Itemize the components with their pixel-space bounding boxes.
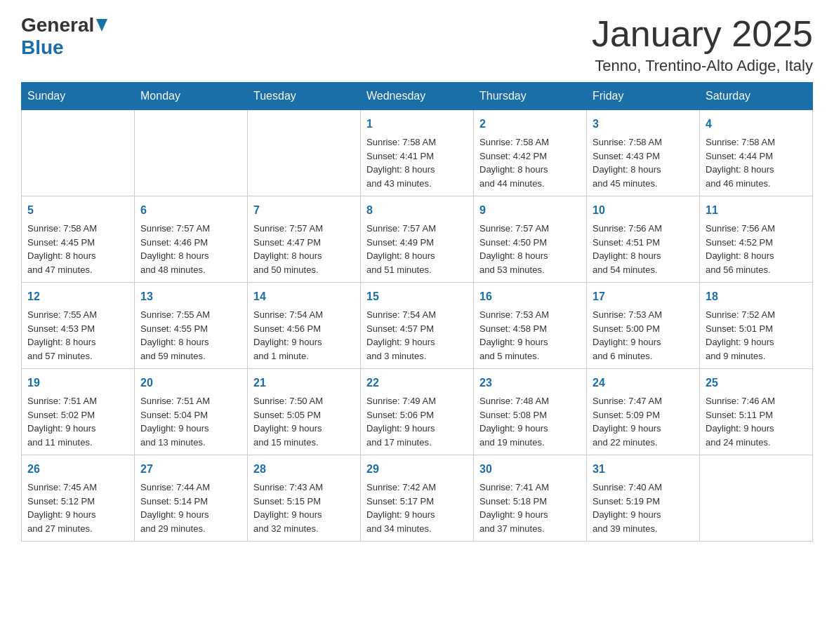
calendar-day-cell: 6Sunrise: 7:57 AMSunset: 4:46 PMDaylight…: [135, 196, 248, 283]
day-info: Sunrise: 7:51 AMSunset: 5:02 PMDaylight:…: [27, 394, 128, 449]
logo: General Blue: [21, 14, 107, 59]
calendar-day-cell: 12Sunrise: 7:55 AMSunset: 4:53 PMDayligh…: [22, 283, 135, 369]
calendar-day-cell: 24Sunrise: 7:47 AMSunset: 5:09 PMDayligh…: [587, 369, 700, 455]
calendar-day-cell: [700, 455, 813, 542]
page-header: General Blue January 2025 Tenno, Trentin…: [21, 14, 813, 75]
day-info: Sunrise: 7:56 AMSunset: 4:51 PMDaylight:…: [593, 222, 694, 276]
day-info: Sunrise: 7:46 AMSunset: 5:11 PMDaylight:…: [706, 394, 807, 449]
calendar-day-cell: [22, 110, 135, 196]
day-number: 18: [706, 288, 807, 305]
calendar-day-cell: [248, 110, 361, 196]
day-number: 27: [140, 461, 241, 478]
day-info: Sunrise: 7:40 AMSunset: 5:19 PMDaylight:…: [593, 481, 694, 535]
calendar-day-cell: 21Sunrise: 7:50 AMSunset: 5:05 PMDayligh…: [248, 369, 361, 455]
day-number: 22: [366, 375, 468, 391]
day-number: 3: [593, 116, 694, 133]
calendar-day-cell: 23Sunrise: 7:48 AMSunset: 5:08 PMDayligh…: [474, 369, 587, 455]
day-number: 8: [366, 202, 468, 219]
day-info: Sunrise: 7:48 AMSunset: 5:08 PMDaylight:…: [479, 394, 581, 449]
day-info: Sunrise: 7:56 AMSunset: 4:52 PMDaylight:…: [706, 222, 807, 276]
calendar-table: SundayMondayTuesdayWednesdayThursdayFrid…: [21, 82, 813, 542]
days-of-week-row: SundayMondayTuesdayWednesdayThursdayFrid…: [22, 83, 813, 110]
day-of-week-header: Saturday: [700, 83, 813, 110]
day-number: 21: [253, 375, 355, 391]
calendar-day-cell: 20Sunrise: 7:51 AMSunset: 5:04 PMDayligh…: [135, 369, 248, 455]
day-number: 12: [27, 288, 128, 305]
day-number: 5: [27, 202, 128, 219]
day-info: Sunrise: 7:58 AMSunset: 4:42 PMDaylight:…: [479, 135, 581, 190]
day-of-week-header: Tuesday: [248, 83, 361, 110]
day-number: 6: [140, 202, 241, 219]
calendar-day-cell: 22Sunrise: 7:49 AMSunset: 5:06 PMDayligh…: [361, 369, 474, 455]
calendar-day-cell: 15Sunrise: 7:54 AMSunset: 4:57 PMDayligh…: [361, 283, 474, 369]
day-number: 29: [366, 461, 468, 478]
day-info: Sunrise: 7:43 AMSunset: 5:15 PMDaylight:…: [253, 481, 355, 535]
day-info: Sunrise: 7:47 AMSunset: 5:09 PMDaylight:…: [593, 394, 694, 449]
day-number: 1: [366, 116, 468, 133]
calendar-day-cell: 26Sunrise: 7:45 AMSunset: 5:12 PMDayligh…: [22, 455, 135, 542]
calendar-day-cell: 25Sunrise: 7:46 AMSunset: 5:11 PMDayligh…: [700, 369, 813, 455]
calendar-day-cell: 5Sunrise: 7:58 AMSunset: 4:45 PMDaylight…: [22, 196, 135, 283]
day-info: Sunrise: 7:54 AMSunset: 4:57 PMDaylight:…: [366, 308, 468, 363]
day-info: Sunrise: 7:41 AMSunset: 5:18 PMDaylight:…: [479, 481, 581, 535]
day-number: 7: [253, 202, 355, 219]
day-number: 11: [706, 202, 807, 219]
day-number: 31: [593, 461, 694, 478]
day-number: 20: [140, 375, 241, 391]
calendar-week-row: 5Sunrise: 7:58 AMSunset: 4:45 PMDaylight…: [22, 196, 813, 283]
day-number: 17: [593, 288, 694, 305]
calendar-day-cell: 17Sunrise: 7:53 AMSunset: 5:00 PMDayligh…: [587, 283, 700, 369]
day-of-week-header: Sunday: [22, 83, 135, 110]
calendar-day-cell: 3Sunrise: 7:58 AMSunset: 4:43 PMDaylight…: [587, 110, 700, 196]
day-number: 30: [479, 461, 581, 478]
day-number: 2: [479, 116, 581, 133]
day-number: 13: [140, 288, 241, 305]
day-of-week-header: Friday: [587, 83, 700, 110]
calendar-day-cell: 19Sunrise: 7:51 AMSunset: 5:02 PMDayligh…: [22, 369, 135, 455]
calendar-day-cell: 16Sunrise: 7:53 AMSunset: 4:58 PMDayligh…: [474, 283, 587, 369]
calendar-day-cell: 13Sunrise: 7:55 AMSunset: 4:55 PMDayligh…: [135, 283, 248, 369]
calendar-day-cell: 7Sunrise: 7:57 AMSunset: 4:47 PMDaylight…: [248, 196, 361, 283]
logo-arrow-icon: [96, 19, 107, 34]
calendar-day-cell: 30Sunrise: 7:41 AMSunset: 5:18 PMDayligh…: [474, 455, 587, 542]
day-info: Sunrise: 7:44 AMSunset: 5:14 PMDaylight:…: [140, 481, 241, 535]
svg-marker-0: [96, 19, 107, 32]
calendar-day-cell: 28Sunrise: 7:43 AMSunset: 5:15 PMDayligh…: [248, 455, 361, 542]
calendar-day-cell: 27Sunrise: 7:44 AMSunset: 5:14 PMDayligh…: [135, 455, 248, 542]
calendar-week-row: 19Sunrise: 7:51 AMSunset: 5:02 PMDayligh…: [22, 369, 813, 455]
day-info: Sunrise: 7:42 AMSunset: 5:17 PMDaylight:…: [366, 481, 468, 535]
calendar-day-cell: 8Sunrise: 7:57 AMSunset: 4:49 PMDaylight…: [361, 196, 474, 283]
day-number: 25: [706, 375, 807, 391]
calendar-day-cell: 2Sunrise: 7:58 AMSunset: 4:42 PMDaylight…: [474, 110, 587, 196]
calendar-day-cell: 10Sunrise: 7:56 AMSunset: 4:51 PMDayligh…: [587, 196, 700, 283]
calendar-subtitle: Tenno, Trentino-Alto Adige, Italy: [592, 57, 813, 75]
day-info: Sunrise: 7:58 AMSunset: 4:43 PMDaylight:…: [593, 135, 694, 190]
calendar-day-cell: 4Sunrise: 7:58 AMSunset: 4:44 PMDaylight…: [700, 110, 813, 196]
calendar-body: 1Sunrise: 7:58 AMSunset: 4:41 PMDaylight…: [22, 110, 813, 542]
day-info: Sunrise: 7:54 AMSunset: 4:56 PMDaylight:…: [253, 308, 355, 363]
day-info: Sunrise: 7:57 AMSunset: 4:49 PMDaylight:…: [366, 222, 468, 276]
day-info: Sunrise: 7:58 AMSunset: 4:44 PMDaylight:…: [706, 135, 807, 190]
calendar-day-cell: 11Sunrise: 7:56 AMSunset: 4:52 PMDayligh…: [700, 196, 813, 283]
calendar-day-cell: 31Sunrise: 7:40 AMSunset: 5:19 PMDayligh…: [587, 455, 700, 542]
logo-blue-text: Blue: [21, 36, 64, 58]
day-number: 15: [366, 288, 468, 305]
day-info: Sunrise: 7:49 AMSunset: 5:06 PMDaylight:…: [366, 394, 468, 449]
calendar-week-row: 1Sunrise: 7:58 AMSunset: 4:41 PMDaylight…: [22, 110, 813, 196]
calendar-title: January 2025: [592, 14, 813, 54]
logo-general-text: General: [21, 14, 94, 36]
day-of-week-header: Wednesday: [361, 83, 474, 110]
day-number: 23: [479, 375, 581, 391]
day-info: Sunrise: 7:53 AMSunset: 4:58 PMDaylight:…: [479, 308, 581, 363]
day-of-week-header: Monday: [135, 83, 248, 110]
day-info: Sunrise: 7:50 AMSunset: 5:05 PMDaylight:…: [253, 394, 355, 449]
calendar-day-cell: 29Sunrise: 7:42 AMSunset: 5:17 PMDayligh…: [361, 455, 474, 542]
day-number: 10: [593, 202, 694, 219]
calendar-day-cell: 18Sunrise: 7:52 AMSunset: 5:01 PMDayligh…: [700, 283, 813, 369]
calendar-day-cell: 1Sunrise: 7:58 AMSunset: 4:41 PMDaylight…: [361, 110, 474, 196]
calendar-week-row: 12Sunrise: 7:55 AMSunset: 4:53 PMDayligh…: [22, 283, 813, 369]
day-number: 4: [706, 116, 807, 133]
calendar-day-cell: [135, 110, 248, 196]
day-info: Sunrise: 7:51 AMSunset: 5:04 PMDaylight:…: [140, 394, 241, 449]
day-info: Sunrise: 7:55 AMSunset: 4:55 PMDaylight:…: [140, 308, 241, 363]
